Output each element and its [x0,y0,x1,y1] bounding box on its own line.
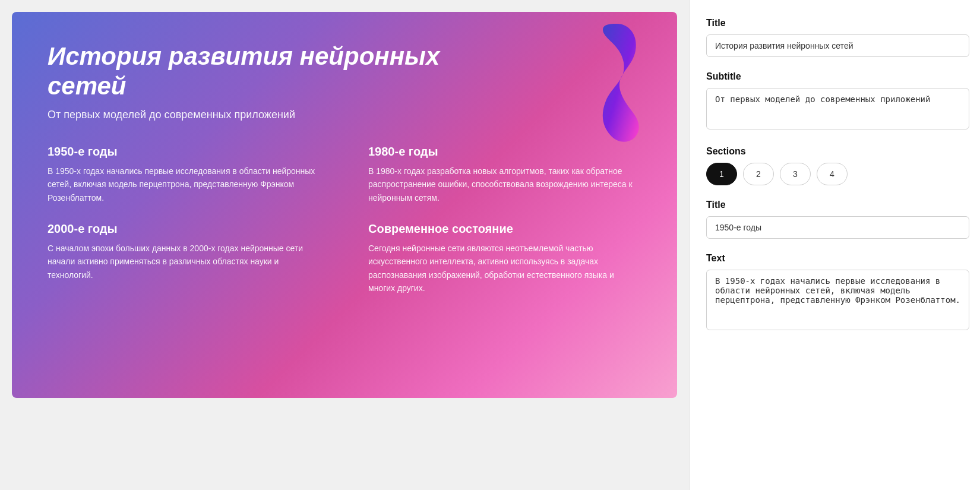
section-text-section: Text [706,253,969,333]
section-item-4: Современное состояние Сегодня нейронные … [368,222,641,295]
title-input[interactable] [706,34,969,57]
section-2-text: В 1980-х годах разработка новых алгоритм… [368,165,641,204]
section-title-input[interactable] [706,216,969,239]
section-text-label: Text [706,253,969,264]
section-item-1: 1950-е годы В 1950-х годах начались перв… [48,145,321,204]
slide-subtitle: От первых моделей до современных приложе… [48,109,641,121]
subtitle-label: Subtitle [706,71,969,82]
section-4-text: Сегодня нейронные сети являются неотъемл… [368,242,641,295]
section-text-input[interactable] [706,270,969,330]
sections-section: Sections 1 2 3 4 [706,146,969,185]
sections-label: Sections [706,146,969,157]
slide-preview-container: История развития нейронных сетей От перв… [0,0,689,490]
section-item-2: 1980-е годы В 1980-х годах разработка но… [368,145,641,204]
subtitle-input[interactable] [706,88,969,129]
decoration-svg [591,21,644,146]
section-title-section: Title [706,200,969,239]
section-3-title: 2000-е годы [48,222,321,236]
slide: История развития нейронных сетей От перв… [12,12,677,398]
section-1-title: 1950-е годы [48,145,321,159]
section-2-title: 1980-е годы [368,145,641,159]
sections-grid: 1950-е годы В 1950-х годах начались перв… [48,145,641,295]
section-3-text: С началом эпохи больших данных в 2000-х … [48,242,321,282]
slide-main-title: История развития нейронных сетей [48,42,463,102]
section-1-text: В 1950-х годах начались первые исследова… [48,165,321,204]
section-item-3: 2000-е годы С началом эпохи больших данн… [48,222,321,295]
section-tab-2[interactable]: 2 [743,163,774,185]
properties-panel: Title Subtitle Sections 1 2 3 4 Title Te… [689,0,980,490]
section-tab-4[interactable]: 4 [817,163,848,185]
sections-tabs: 1 2 3 4 [706,163,969,185]
subtitle-section: Subtitle [706,71,969,132]
title-section: Title [706,18,969,57]
title-label: Title [706,18,969,29]
section-4-title: Современное состояние [368,222,641,236]
section-tab-1[interactable]: 1 [706,163,737,185]
section-title-label: Title [706,200,969,210]
section-tab-3[interactable]: 3 [780,163,811,185]
